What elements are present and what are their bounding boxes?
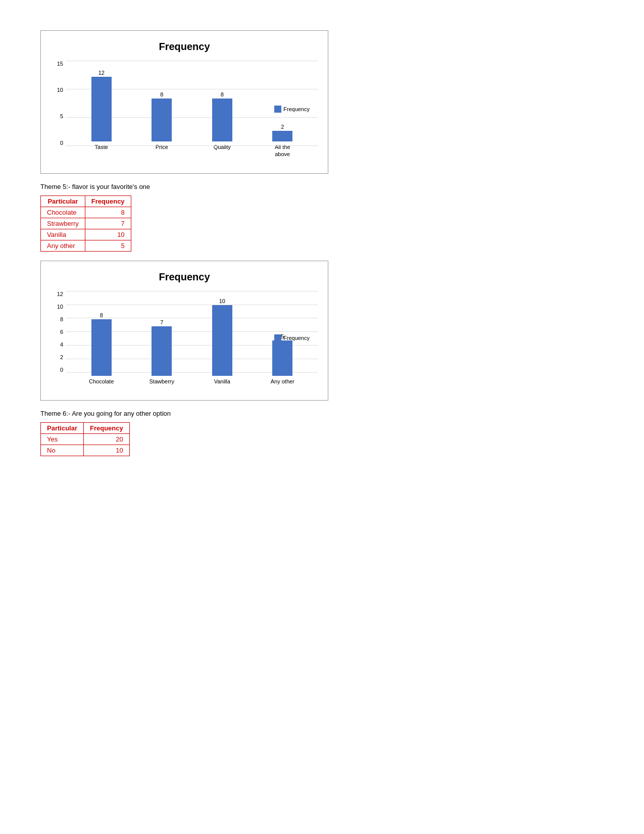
table-row: Strawberry 7: [41, 218, 131, 229]
table6-header-frequency: Frequency: [83, 422, 129, 433]
chart1-title: Frequency: [51, 41, 318, 53]
table-row: Any other 5: [41, 240, 131, 251]
table5: Particular Frequency Chocolate 8 Strawbe…: [40, 195, 131, 252]
chart1-xlabels: Taste Price Quality All theabove: [66, 141, 318, 158]
chart2-area: 0 2 4 6 8 10 12 8: [51, 291, 318, 385]
chart1-y-axis: 0 5 10 15: [51, 61, 66, 158]
legend-box2: [274, 334, 281, 341]
table-row: Yes 20: [41, 433, 130, 445]
table6-header-particular: Particular: [41, 422, 84, 433]
chart1-legend: Frequency: [274, 106, 310, 113]
chart1-area: 0 5 10 15 12 8: [51, 61, 318, 158]
theme6-label: Theme 6:- Are you going for any other op…: [40, 410, 604, 417]
table5-header-frequency: Frequency: [85, 195, 131, 207]
chart1-bars: 12 8 8 2: [66, 61, 318, 141]
bar-vanilla: 10: [192, 298, 253, 376]
chart2-title: Frequency: [51, 271, 318, 283]
bar-allabove: 2: [253, 124, 313, 141]
chart2-y-axis: 0 2 4 6 8 10 12: [51, 291, 66, 385]
bar-taste: 12: [71, 70, 132, 141]
table-row: No 10: [41, 445, 130, 456]
theme5-label: Theme 5:- flavor is your favorite's one: [40, 183, 604, 190]
table5-header-particular: Particular: [41, 195, 85, 207]
table-row: Chocolate 8: [41, 207, 131, 218]
bar-chocolate: 8: [71, 312, 132, 376]
chart2-bars: 8 7 10 5: [66, 291, 318, 376]
table6: Particular Frequency Yes 20 No 10: [40, 422, 130, 456]
chart2-container: Frequency 0 2 4 6 8 10 12 8: [40, 261, 328, 401]
chart2-legend: Frequency: [274, 334, 310, 341]
chart2-xlabels: Chocolate Stawberry Vanilla Any other: [66, 376, 318, 385]
bar-price: 8: [132, 91, 192, 141]
legend-box: [274, 106, 281, 113]
chart1-container: Frequency 0 5 10 15 12 8: [40, 30, 328, 174]
bar-quality: 8: [192, 91, 253, 141]
bar-strawberry: 7: [132, 319, 192, 376]
table-row: Vanilla 10: [41, 229, 131, 240]
